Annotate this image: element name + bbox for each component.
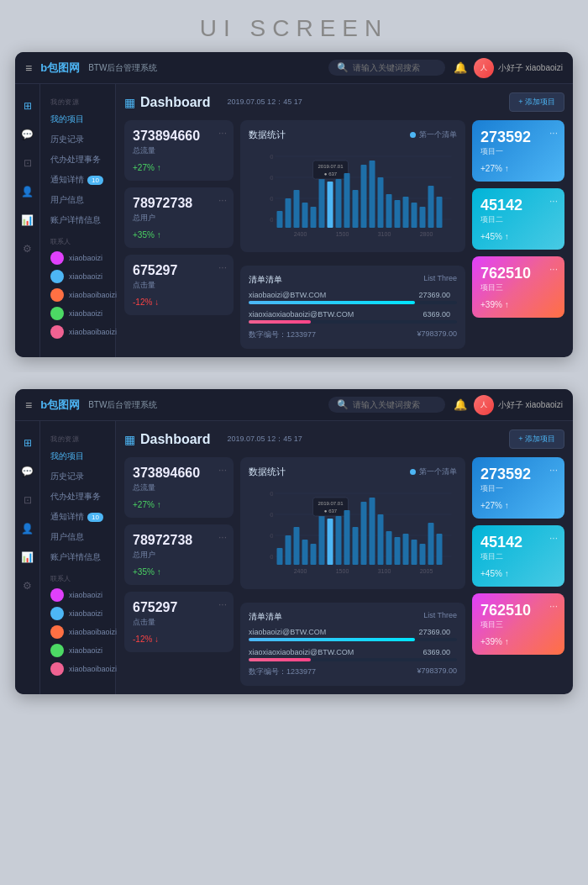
sidebar-item-myproject-2[interactable]: 我的项目 (40, 446, 115, 466)
stat-change-1-2: +27% ↑ (133, 500, 225, 509)
sidebar-item-user-2[interactable]: 用户信息 (40, 527, 115, 547)
content-title-area: ▦ Dashboard 2019.07.05 12：45 17 (124, 95, 302, 110)
bell-icon-2[interactable]: 🔔 (454, 398, 467, 411)
right-card-change-1: +27% ↑ (480, 164, 556, 173)
svg-rect-22 (370, 161, 375, 228)
svg-rect-46 (302, 540, 308, 565)
sidebar-icon-chat-2[interactable]: 💬 (18, 462, 37, 481)
sidebar-item-notify[interactable]: 通知详情 10 (40, 170, 115, 190)
sidebar-icon-user-2[interactable]: 👤 (18, 519, 37, 538)
cards-area-2: ··· 373894660 总流量 +27% ↑ ··· 78972738 总用… (124, 457, 564, 686)
sidebar-friend-4[interactable]: xiaobaoizi (40, 304, 115, 323)
sidebar-icon-settings[interactable]: ⚙ (18, 240, 37, 258)
dashboard-icon: ▦ (124, 96, 135, 109)
chart-card-2: 数据统计 第一个清单 8 (240, 457, 465, 589)
list-progress-fill-2 (249, 320, 311, 324)
right-more-3-2[interactable]: ··· (549, 600, 558, 612)
sidebar-friend-3-2[interactable]: xiaobaoibaoizi (40, 623, 115, 641)
sidebar-icon-chart-2[interactable]: 📊 (18, 548, 37, 566)
sidebar-section-my: 我的资源 (40, 92, 115, 109)
sidebar-item-myproject[interactable]: 我的项目 (40, 109, 115, 129)
chart-header: 数据统计 第一个清单 (249, 129, 457, 141)
svg-rect-28 (420, 207, 426, 228)
friend-avatar-2-2 (50, 607, 64, 620)
add-project-button[interactable]: + 添加项目 (509, 92, 564, 112)
stat-more-3-2[interactable]: ··· (218, 598, 227, 610)
stat-card-1-more[interactable]: ··· (218, 127, 227, 139)
right-card-3-more[interactable]: ··· (549, 263, 558, 275)
add-project-button-2[interactable]: + 添加项目 (509, 429, 564, 449)
svg-text:600: 600 (270, 512, 274, 518)
list-progress-fill-1 (249, 301, 415, 304)
right-card-label-1: 项目一 (480, 146, 556, 157)
sidebar-icon-home-2[interactable]: ⊞ (18, 434, 37, 452)
stat-more-2-2[interactable]: ··· (218, 531, 227, 543)
right-number-2-2: 45142 (480, 534, 556, 551)
right-change-2-2: +45% ↑ (480, 569, 556, 578)
legend-label-2: 第一个清单 (419, 466, 457, 477)
sidebar-icon-home[interactable]: ⊞ (18, 97, 37, 115)
svg-text:3100: 3100 (378, 231, 391, 237)
svg-text:2400: 2400 (294, 568, 307, 574)
avatar: 人 (474, 58, 494, 78)
sidebar-icon-chart[interactable]: 📊 (18, 211, 37, 229)
list-progress-2-2 (249, 658, 457, 661)
sidebar-item-tasks-2[interactable]: 代办处理事务 (40, 487, 115, 507)
dashboard-icon-2: ▦ (124, 433, 135, 446)
sidebar-friend-5-2[interactable]: xiaobaoibaoizi (40, 660, 115, 678)
bell-icon[interactable]: 🔔 (454, 61, 467, 74)
list-amount-1-2: 27369.00 (418, 628, 450, 636)
svg-rect-58 (378, 514, 384, 565)
list-amount-2-2: 6369.00 (423, 648, 450, 656)
dashboard-instance-1: ≡ b包图网 BTW后台管理系统 🔍 🔔 人 小好子 xiaobaoizi ⊞ … (15, 52, 573, 357)
sidebar-icon-settings-2[interactable]: ⚙ (18, 577, 37, 595)
legend-dot (410, 132, 416, 138)
svg-rect-14 (328, 182, 333, 228)
stat-card-2-more[interactable]: ··· (218, 194, 227, 206)
svg-rect-45 (294, 527, 300, 565)
sidebar-item-history[interactable]: 历史记录 (40, 129, 115, 150)
chart-title: 数据统计 (249, 129, 286, 141)
search-input-2[interactable] (353, 400, 437, 409)
sidebar-item-user[interactable]: 用户信息 (40, 190, 115, 210)
right-card-3: ··· 762510 项目三 +39% ↑ (472, 256, 564, 318)
svg-rect-48 (319, 514, 325, 565)
sidebar-friend-1-2[interactable]: xiaobaoizi (40, 586, 115, 604)
sidebar-item-account-2[interactable]: 账户详情信息 (40, 547, 115, 567)
sidebar-icon-chat[interactable]: 💬 (18, 125, 37, 144)
stat-card-3-more[interactable]: ··· (218, 261, 227, 273)
sidebar-icon-user[interactable]: 👤 (18, 182, 37, 201)
stat-label-3: 点击量 (133, 280, 225, 291)
search-input[interactable] (353, 63, 437, 72)
sidebar-item-account[interactable]: 账户详情信息 (40, 210, 115, 230)
svg-text:400: 400 (270, 196, 274, 202)
svg-rect-65 (437, 534, 443, 565)
stat-more-1-2[interactable]: ··· (218, 464, 227, 476)
chart-header-2: 数据统计 第一个清单 (249, 466, 457, 478)
list-title: 清单清单 (249, 274, 282, 286)
search-box[interactable]: 🔍 (328, 60, 445, 76)
search-box-2[interactable]: 🔍 (328, 397, 445, 413)
sidebar-item-tasks[interactable]: 代办处理事务 (40, 150, 115, 170)
sidebar-friend-1[interactable]: xiaobaoizi (40, 249, 115, 267)
hamburger-icon-2[interactable]: ≡ (25, 398, 32, 412)
right-card-change-3: +39% ↑ (480, 300, 556, 309)
right-card-2-more[interactable]: ··· (549, 195, 558, 207)
right-more-1-2[interactable]: ··· (549, 464, 558, 476)
sidebar-friend-3[interactable]: xiaobaoibaoizi (40, 286, 115, 304)
sidebar-item-history-2[interactable]: 历史记录 (40, 466, 115, 487)
sidebar-item-notify-2[interactable]: 通知详情 10 (40, 507, 115, 527)
right-more-2-2[interactable]: ··· (549, 532, 558, 544)
sidebar-friend-2-2[interactable]: xiaobaoizi (40, 604, 115, 623)
sidebar-icon-grid-2[interactable]: ⊡ (18, 491, 37, 509)
right-card-1-more[interactable]: ··· (549, 127, 558, 139)
sidebar-friend-4-2[interactable]: xiaobaoizi (40, 641, 115, 660)
sidebar-icon-grid[interactable]: ⊡ (18, 154, 37, 172)
hamburger-icon[interactable]: ≡ (25, 61, 32, 75)
list-footer-2: 数字编号：1233977 ¥798379.00 (249, 666, 457, 677)
svg-text:400: 400 (270, 533, 274, 539)
svg-rect-10 (294, 190, 300, 228)
sidebar-friend-2[interactable]: xiaobaoizi (40, 267, 115, 286)
svg-rect-61 (403, 534, 409, 565)
sidebar-friend-5[interactable]: xiaobaoibaoizi (40, 323, 115, 341)
